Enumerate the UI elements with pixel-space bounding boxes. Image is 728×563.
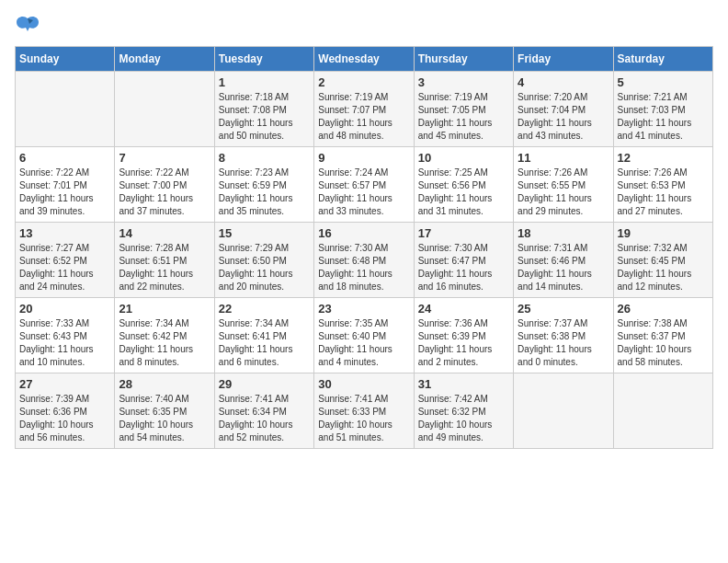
calendar-cell: 20Sunrise: 7:33 AM Sunset: 6:43 PM Dayli… [16,298,115,373]
calendar-cell: 7Sunrise: 7:22 AM Sunset: 7:00 PM Daylig… [115,147,214,223]
day-number: 20 [19,302,110,316]
day-info: Sunrise: 7:21 AM Sunset: 7:03 PM Dayligh… [618,91,709,143]
week-row-4: 20Sunrise: 7:33 AM Sunset: 6:43 PM Dayli… [16,298,713,373]
calendar-cell: 1Sunrise: 7:18 AM Sunset: 7:08 PM Daylig… [214,72,313,147]
day-info: Sunrise: 7:38 AM Sunset: 6:37 PM Dayligh… [618,317,709,369]
week-row-3: 13Sunrise: 7:27 AM Sunset: 6:52 PM Dayli… [16,223,713,298]
day-info: Sunrise: 7:35 AM Sunset: 6:40 PM Dayligh… [318,317,409,369]
calendar-cell: 30Sunrise: 7:41 AM Sunset: 6:33 PM Dayli… [314,373,414,449]
calendar-cell: 18Sunrise: 7:31 AM Sunset: 6:46 PM Dayli… [514,223,613,298]
calendar-cell [514,373,613,449]
calendar-cell: 22Sunrise: 7:34 AM Sunset: 6:41 PM Dayli… [214,298,313,373]
day-info: Sunrise: 7:19 AM Sunset: 7:05 PM Dayligh… [418,91,509,143]
calendar-cell: 24Sunrise: 7:36 AM Sunset: 6:39 PM Dayli… [414,298,513,373]
calendar-cell: 9Sunrise: 7:24 AM Sunset: 6:57 PM Daylig… [314,147,414,223]
day-number: 7 [119,151,210,165]
logo-icon [15,15,40,35]
day-number: 29 [219,377,310,391]
day-number: 16 [318,226,409,240]
day-number: 9 [318,151,409,165]
calendar-cell: 19Sunrise: 7:32 AM Sunset: 6:45 PM Dayli… [613,223,712,298]
calendar-cell: 21Sunrise: 7:34 AM Sunset: 6:42 PM Dayli… [115,298,214,373]
day-number: 12 [618,151,709,165]
week-row-1: 1Sunrise: 7:18 AM Sunset: 7:08 PM Daylig… [16,72,713,147]
day-number: 22 [219,302,310,316]
weekday-header-wednesday: Wednesday [314,47,414,72]
day-info: Sunrise: 7:30 AM Sunset: 6:48 PM Dayligh… [318,242,409,293]
calendar-body: 1Sunrise: 7:18 AM Sunset: 7:08 PM Daylig… [16,72,713,449]
day-number: 13 [19,226,110,240]
day-info: Sunrise: 7:41 AM Sunset: 6:33 PM Dayligh… [318,393,409,444]
calendar-cell: 4Sunrise: 7:20 AM Sunset: 7:04 PM Daylig… [514,72,613,147]
calendar-cell: 13Sunrise: 7:27 AM Sunset: 6:52 PM Dayli… [16,223,115,298]
week-row-5: 27Sunrise: 7:39 AM Sunset: 6:36 PM Dayli… [16,373,713,449]
weekday-header-friday: Friday [514,47,613,72]
calendar-cell: 31Sunrise: 7:42 AM Sunset: 6:32 PM Dayli… [414,373,513,449]
day-number: 24 [418,302,509,316]
day-info: Sunrise: 7:28 AM Sunset: 6:51 PM Dayligh… [119,242,210,293]
day-info: Sunrise: 7:24 AM Sunset: 6:57 PM Dayligh… [318,167,409,218]
calendar-cell: 2Sunrise: 7:19 AM Sunset: 7:07 PM Daylig… [314,72,414,147]
day-number: 18 [518,226,609,240]
day-number: 8 [219,151,310,165]
day-number: 5 [618,75,709,89]
weekday-header-sunday: Sunday [16,47,115,72]
day-number: 31 [418,377,509,391]
calendar-cell: 11Sunrise: 7:26 AM Sunset: 6:55 PM Dayli… [514,147,613,223]
calendar-cell: 12Sunrise: 7:26 AM Sunset: 6:53 PM Dayli… [613,147,712,223]
day-info: Sunrise: 7:34 AM Sunset: 6:41 PM Dayligh… [219,317,310,369]
day-info: Sunrise: 7:26 AM Sunset: 6:53 PM Dayligh… [618,167,709,218]
logo [15,15,44,35]
day-info: Sunrise: 7:23 AM Sunset: 6:59 PM Dayligh… [219,167,310,218]
day-number: 23 [318,302,409,316]
calendar-header: SundayMondayTuesdayWednesdayThursdayFrid… [16,47,713,72]
day-info: Sunrise: 7:37 AM Sunset: 6:38 PM Dayligh… [518,317,609,369]
day-info: Sunrise: 7:18 AM Sunset: 7:08 PM Dayligh… [219,91,310,143]
calendar-cell: 17Sunrise: 7:30 AM Sunset: 6:47 PM Dayli… [414,223,513,298]
calendar-cell: 28Sunrise: 7:40 AM Sunset: 6:35 PM Dayli… [115,373,214,449]
day-number: 15 [219,226,310,240]
day-info: Sunrise: 7:39 AM Sunset: 6:36 PM Dayligh… [19,393,110,444]
calendar-cell: 10Sunrise: 7:25 AM Sunset: 6:56 PM Dayli… [414,147,513,223]
weekday-header-tuesday: Tuesday [214,47,313,72]
day-number: 10 [418,151,509,165]
calendar-cell: 5Sunrise: 7:21 AM Sunset: 7:03 PM Daylig… [613,72,712,147]
calendar-table: SundayMondayTuesdayWednesdayThursdayFrid… [15,46,713,449]
calendar-cell: 23Sunrise: 7:35 AM Sunset: 6:40 PM Dayli… [314,298,414,373]
calendar-cell: 26Sunrise: 7:38 AM Sunset: 6:37 PM Dayli… [613,298,712,373]
header-area [15,15,713,35]
weekday-header-saturday: Saturday [613,47,712,72]
day-number: 6 [19,151,110,165]
day-info: Sunrise: 7:22 AM Sunset: 7:01 PM Dayligh… [19,167,110,218]
day-number: 2 [318,75,409,89]
day-info: Sunrise: 7:32 AM Sunset: 6:45 PM Dayligh… [618,242,709,293]
calendar-cell: 15Sunrise: 7:29 AM Sunset: 6:50 PM Dayli… [214,223,313,298]
day-info: Sunrise: 7:25 AM Sunset: 6:56 PM Dayligh… [418,167,509,218]
day-number: 25 [518,302,609,316]
calendar-cell [613,373,712,449]
calendar-cell: 27Sunrise: 7:39 AM Sunset: 6:36 PM Dayli… [16,373,115,449]
day-number: 17 [418,226,509,240]
day-info: Sunrise: 7:40 AM Sunset: 6:35 PM Dayligh… [119,393,210,444]
day-info: Sunrise: 7:31 AM Sunset: 6:46 PM Dayligh… [518,242,609,293]
day-number: 28 [119,377,210,391]
calendar-cell [115,72,214,147]
calendar-cell: 25Sunrise: 7:37 AM Sunset: 6:38 PM Dayli… [514,298,613,373]
calendar-cell [16,72,115,147]
day-info: Sunrise: 7:30 AM Sunset: 6:47 PM Dayligh… [418,242,509,293]
calendar-cell: 16Sunrise: 7:30 AM Sunset: 6:48 PM Dayli… [314,223,414,298]
day-number: 27 [19,377,110,391]
day-number: 30 [318,377,409,391]
day-info: Sunrise: 7:41 AM Sunset: 6:34 PM Dayligh… [219,393,310,444]
day-info: Sunrise: 7:22 AM Sunset: 7:00 PM Dayligh… [119,167,210,218]
day-number: 21 [119,302,210,316]
day-number: 1 [219,75,310,89]
weekday-header-monday: Monday [115,47,214,72]
weekday-row: SundayMondayTuesdayWednesdayThursdayFrid… [16,47,713,72]
day-info: Sunrise: 7:42 AM Sunset: 6:32 PM Dayligh… [418,393,509,444]
weekday-header-thursday: Thursday [414,47,513,72]
day-number: 11 [518,151,609,165]
day-info: Sunrise: 7:34 AM Sunset: 6:42 PM Dayligh… [119,317,210,369]
day-info: Sunrise: 7:33 AM Sunset: 6:43 PM Dayligh… [19,317,110,369]
calendar-cell: 8Sunrise: 7:23 AM Sunset: 6:59 PM Daylig… [214,147,313,223]
